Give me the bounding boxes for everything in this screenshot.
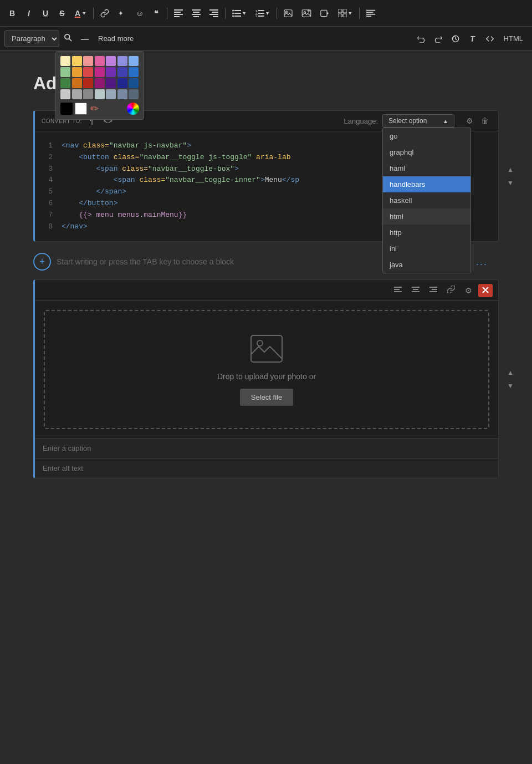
redo-button[interactable] [431,30,446,48]
hr-button[interactable]: — [77,32,93,45]
emoji-button[interactable]: ☺ [132,4,147,22]
lang-option-html[interactable]: html [383,208,470,225]
color-cell[interactable] [95,56,105,66]
img-scroll-up-arrow[interactable]: ▲ [506,368,515,378]
color-cell[interactable] [72,56,82,66]
underline-button[interactable]: U [38,4,53,22]
color-cell[interactable] [60,89,70,99]
align-left-button[interactable] [170,4,187,22]
color-cell[interactable] [83,56,93,66]
italic-button[interactable]: I [21,4,37,22]
color-cell[interactable] [106,56,116,66]
paragraph-select[interactable]: Paragraph [4,30,59,47]
lang-option-haml[interactable]: haml [383,160,470,176]
language-select-button[interactable]: Select option ▲ [382,114,454,128]
img-align-left-btn[interactable] [390,284,406,297]
pencil-icon[interactable]: ✏ [90,103,99,115]
color-cell[interactable] [83,67,93,77]
color-cell[interactable] [72,89,82,99]
color-white-swatch[interactable] [75,103,87,115]
svg-rect-12 [213,16,218,17]
color-cell[interactable] [95,89,105,99]
color-cell[interactable] [106,89,116,99]
color-cell[interactable] [83,78,93,88]
code-settings-btn[interactable]: ⚙ [463,115,476,127]
lang-option-handlebars[interactable]: handlebars [383,176,470,192]
lang-option-graphql[interactable]: graphql [383,144,470,160]
block-placeholder: Start writing or press the TAB key to ch… [57,257,234,266]
color-cell[interactable] [106,67,116,77]
undo-button[interactable] [413,30,429,48]
alt-text-input[interactable] [35,458,498,478]
html-button[interactable]: HTML [499,32,528,45]
color-black-swatch[interactable] [60,103,73,115]
scroll-up-arrow[interactable]: ▲ [506,165,515,175]
sep3 [225,8,226,19]
color-cell[interactable] [95,67,105,77]
color-cell[interactable] [117,89,127,99]
color-cell[interactable] [83,89,93,99]
svg-rect-4 [174,16,180,17]
code-view-button[interactable] [482,30,498,48]
quote-button[interactable]: ❝ [149,4,164,22]
bullet-list-button[interactable]: ▼ [228,4,250,22]
line-code: </span> [62,186,126,198]
align-center-button[interactable] [188,4,204,22]
img-settings-btn[interactable]: ⚙ [461,284,476,297]
clear-format-button[interactable]: T [465,30,480,48]
align-right-button[interactable] [206,4,222,22]
color-cell[interactable] [129,89,139,99]
strikethrough-button[interactable]: S [54,4,70,22]
search-button[interactable] [60,32,76,45]
history-button[interactable] [448,30,463,48]
color-cell[interactable] [129,67,139,77]
lang-option-java[interactable]: java [383,257,470,273]
svg-text:3.: 3. [255,15,258,17]
color-cell[interactable] [72,78,82,88]
color-cell[interactable] [72,67,82,77]
lang-select-text: Select option [388,117,427,125]
special-char-button[interactable]: ✦ [114,4,131,22]
color-cell[interactable] [60,67,70,77]
lang-option-http[interactable]: http [383,225,470,241]
lang-option-go[interactable]: go [383,128,470,144]
read-more-button[interactable]: Read more [94,32,138,45]
table-button[interactable]: ▼ [334,4,356,22]
line-num: 6 [44,198,53,210]
code-delete-btn[interactable]: 🗑 [478,115,492,127]
color-cell[interactable] [117,67,127,77]
video-button[interactable] [316,4,333,22]
color-picker-icon[interactable] [127,103,139,115]
upload-text: Drop to upload your photo or [217,372,316,381]
add-block-button[interactable]: + [33,253,51,271]
color-cell[interactable] [60,78,70,88]
color-cell[interactable] [117,56,127,66]
color-cell[interactable] [129,56,139,66]
image-upload-button[interactable] [298,4,315,22]
link-button[interactable] [96,4,113,22]
color-cell[interactable] [95,78,105,88]
bold-button[interactable]: B [4,4,20,22]
img-link-btn[interactable] [443,283,459,297]
img-align-right-btn[interactable] [426,284,441,297]
image-button[interactable] [280,4,296,22]
color-cell[interactable] [117,78,127,88]
img-align-center-btn[interactable] [408,284,423,297]
svg-rect-38 [366,16,371,17]
scroll-down-arrow[interactable]: ▼ [506,178,515,188]
code-block-scrollbar: ▲ ▼ [506,165,515,188]
lang-option-ini[interactable]: ini [383,241,470,257]
color-cell[interactable] [60,56,70,66]
color-cell[interactable] [129,78,139,88]
img-delete-btn[interactable] [478,284,493,297]
more-button[interactable] [362,4,379,22]
select-file-button[interactable]: Select file [240,389,293,406]
caption-input[interactable] [35,438,498,458]
language-label: Language: [344,117,378,125]
ordered-list-button[interactable]: 1.2.3. ▼ [252,4,274,22]
img-scroll-down-arrow[interactable]: ▼ [506,381,515,391]
svg-rect-22 [258,13,264,14]
color-cell[interactable] [106,78,116,88]
lang-option-haskell[interactable]: haskell [383,192,470,208]
font-color-button[interactable]: A ▼ [71,4,90,22]
